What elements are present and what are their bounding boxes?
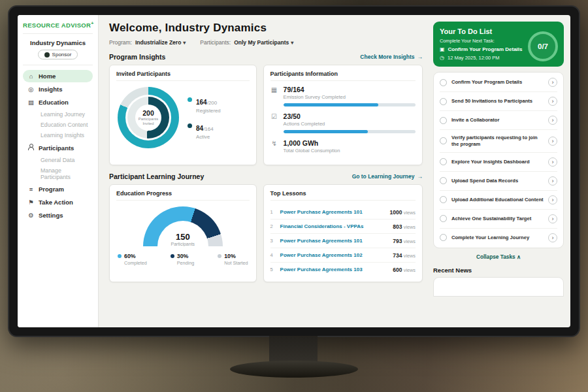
task-row: Invite a Collaborator › [440,111,557,130]
lesson-row: 2 Financial Considerations - VPPAs 803 v… [270,220,416,234]
sidebar-item-settings[interactable]: ⚙ Settings [23,209,93,221]
sidebar-item-learning-insights[interactable]: Learning Insights [23,130,93,140]
task-row: Upload Additional Educational Content › [440,191,557,210]
task-checkbox[interactable] [440,117,447,124]
program-select[interactable]: Industrialize Zero ▾ [135,39,186,46]
card-title: Participants Information [270,71,416,81]
completed-value: 60% [124,253,136,259]
registered-label: Registered [196,108,221,114]
not-started-dot-icon [218,254,221,258]
lesson-link[interactable]: Power Purchase Agreements 102 [280,252,389,258]
task-chevron-button[interactable]: › [548,176,557,186]
program-select-value: Industrialize Zero [135,39,181,46]
task-label: Send 50 Invitations to Participants [451,98,544,105]
sidebar-item-label: Settings [39,212,63,219]
card-title: Top Lessons [270,190,416,201]
sidebar-item-program[interactable]: ≡ Program [23,183,93,195]
lesson-row: 1 Power Purchase Agreements 101 1000 vie… [270,205,416,220]
pending-label: Pending [177,260,194,266]
task-chevron-button[interactable]: › [548,137,557,146]
sponsor-badge[interactable]: Sponsor [38,50,78,59]
sidebar-item-manage-participants[interactable]: Manage Participants [23,165,93,182]
invited-participants-donut-chart: 200 Participants Invited [118,87,179,148]
participants-select[interactable]: Only My Participants ▾ [234,39,293,46]
sidebar: RESOURCE ADVISOR+ Industry Dynamics Spon… [18,15,99,327]
legend-not-started: 10% Not Started [218,253,248,266]
building-icon: ▦ [270,86,278,93]
task-checkbox[interactable] [440,177,447,184]
education-icon: ▤ [27,99,35,106]
task-row: Explore Your Insights Dashboard › [440,153,557,172]
completed-label: Completed [124,260,147,266]
task-chevron-button[interactable]: › [548,214,557,223]
insights-cards-row: Invited Participants 200 Participants In… [109,65,423,165]
check-more-insights-link[interactable]: Check More Insights → [360,54,423,60]
chevron-right-icon: › [552,79,554,86]
legend-registered: 164/200 Registered [188,95,221,114]
lesson-views: 803 [393,223,402,230]
participants-filter-label: Participants: [200,39,231,46]
task-row: Confirm Your Program Details › [440,73,557,92]
sidebar-item-education-content[interactable]: Education Content [23,120,93,130]
energy-icon: ↯ [270,140,278,147]
education-progress-gauge-chart: 150 Participants [143,206,223,246]
arrow-right-icon: → [417,173,423,180]
task-checkbox[interactable] [440,234,447,241]
task-chevron-button[interactable]: › [548,78,557,87]
sidebar-item-participants[interactable]: Participants [23,141,93,154]
task-chevron-button[interactable]: › [548,116,557,125]
go-to-learning-journey-link[interactable]: Go to Learning Journey → [352,173,423,180]
task-chevron-button[interactable]: › [548,157,557,167]
chevron-down-icon: ▾ [291,40,293,46]
task-row: Achieve One Sustainability Target › [440,210,557,229]
lesson-link[interactable]: Power Purchase Agreements 101 [280,209,385,215]
lesson-rank: 5 [270,267,276,272]
lesson-link[interactable]: Power Purchase Agreements 101 [280,238,389,244]
task-chevron-button[interactable]: › [548,233,557,242]
consumption-row: ↯ 1,000 GWh Total Global Consumption [270,139,416,154]
brand-plus: + [91,21,93,25]
chevron-right-icon: › [552,138,554,144]
progress-fill [284,103,379,106]
sidebar-item-education[interactable]: ▤ Education [23,96,93,108]
collapse-tasks-link[interactable]: Collapse Tasks ∧ [433,253,564,260]
task-list-card: Confirm Your Program Details › Send 50 I… [433,72,564,248]
task-checkbox[interactable] [440,158,447,165]
registered-total: /200 [207,100,218,106]
chevron-right-icon: › [552,216,554,222]
sidebar-item-insights[interactable]: ◎ Insights [23,83,93,95]
chevron-right-icon: › [552,235,554,241]
task-row: Complete Your Learning Journey › [440,229,557,247]
lesson-rank: 1 [270,209,276,215]
task-checkbox[interactable] [440,79,447,86]
task-label: Invite a Collaborator [451,117,544,123]
clock-icon: ◷ [440,55,444,61]
task-row: Verify participants requesting to join t… [440,130,557,153]
sidebar-item-label: Participants [39,144,74,152]
lesson-link[interactable]: Financial Considerations - VPPAs [280,223,389,229]
registered-value: 164 [196,99,207,106]
task-chevron-button[interactable]: › [548,195,557,204]
pending-value: 30% [177,253,189,259]
task-checkbox[interactable] [440,215,447,222]
collapse-label: Collapse Tasks [476,253,515,260]
emission-survey-label: Emission Survey Completed [284,94,416,100]
task-checkbox[interactable] [440,196,447,203]
gauge-legend: 60% Completed 30% Pending 10% Not Starte… [116,253,250,266]
lesson-views-unit: views [404,238,416,244]
task-label: Verify participants requesting to join t… [451,135,544,148]
legend-completed: 60% Completed [118,253,147,266]
chevron-right-icon: › [552,117,554,123]
sidebar-nav: ⌂ Home ◎ Insights ▤ Education Learning J… [23,65,93,221]
task-checkbox[interactable] [440,98,447,105]
sidebar-item-home[interactable]: ⌂ Home [23,70,93,82]
program-filter: Program: Industrialize Zero ▾ [109,39,186,46]
sidebar-item-learning-journey[interactable]: Learning Journey [23,109,93,120]
lesson-link[interactable]: Power Purchase Agreements 103 [280,267,389,272]
sidebar-item-take-action[interactable]: ⚑ Take Action [23,196,93,208]
monitor-stand-base [230,361,358,378]
org-name: Industry Dynamics [23,39,93,46]
task-checkbox[interactable] [440,137,447,144]
sidebar-item-general-data[interactable]: General Data [23,155,93,165]
task-chevron-button[interactable]: › [548,97,557,106]
